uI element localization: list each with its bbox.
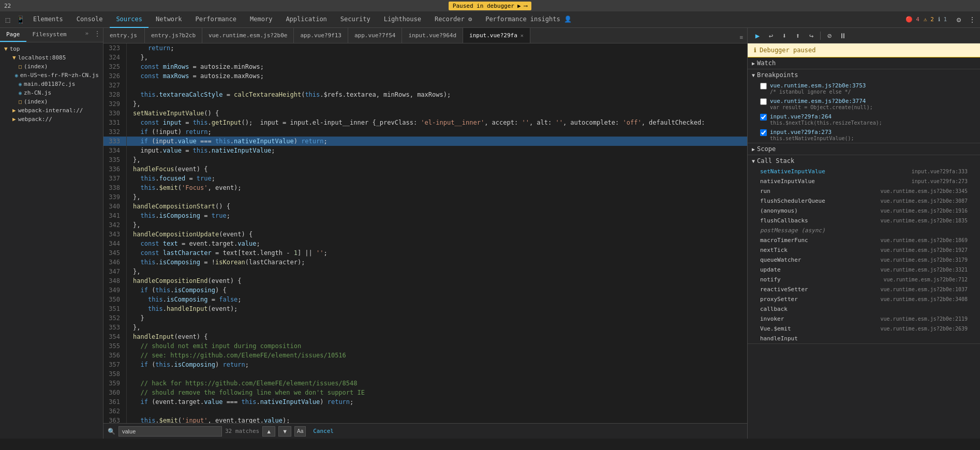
folder-icon: ▼ (12, 54, 16, 61)
scope-section-header[interactable]: ▶ Scope (748, 143, 980, 155)
device-icon[interactable]: 📱 (14, 14, 26, 25)
call-stack-item-nexttick[interactable]: nextTick vue.runtime.esm.js?2b0e:1927 (748, 245, 980, 255)
breakpoints-section-header[interactable]: ▼ Breakpoints (748, 69, 980, 81)
search-cancel-button[interactable]: Cancel (313, 428, 334, 434)
file-tab-app-9f13[interactable]: app.vue?9f13 (294, 28, 348, 43)
file-tab-input-29fa[interactable]: input.vue?29fa ✕ (463, 28, 530, 43)
watch-section-header[interactable]: ▶ Watch (748, 57, 980, 69)
tab-elements[interactable]: Elements (27, 11, 69, 28)
call-stack-item-invoker[interactable]: invoker vue.runtime.esm.js?2b0e:2119 (748, 314, 980, 324)
breakpoint-checkbox-3[interactable] (760, 114, 767, 121)
code-line: 329}, (103, 99, 747, 109)
call-stack-section-header[interactable]: ▼ Call Stack (748, 155, 980, 167)
tab-console[interactable]: Console (70, 11, 109, 28)
tab-performance-insights[interactable]: Performance insights 👤 (479, 11, 578, 28)
tree-label: en-US~es-fr-FR~zh-CN.js (20, 72, 99, 79)
step-over-button[interactable]: ↩ (765, 30, 777, 41)
tab-sources[interactable]: Sources (110, 11, 149, 28)
settings-icon[interactable]: ⚙ (953, 14, 964, 25)
tab-memory[interactable]: Memory (244, 11, 278, 28)
call-stack-item-vue-emit[interactable]: Vue.$emit vue.runtime.esm.js?2b0e:2639 (748, 324, 980, 334)
file-tab-input-964d[interactable]: input.vue?964d (402, 28, 463, 43)
breakpoint-checkbox-2[interactable] (760, 98, 767, 105)
tab-application[interactable]: Application (279, 11, 333, 28)
file-tab-entry[interactable]: entry.js (103, 28, 145, 43)
panel-options-icon[interactable]: ⋮ (92, 28, 103, 39)
pause-on-exceptions-button[interactable]: ⏸ (837, 30, 849, 41)
panel-tab-more[interactable]: » (82, 28, 92, 42)
tree-item-index2[interactable]: □ (index) (0, 97, 103, 106)
tree-label: (index) (24, 98, 48, 105)
call-stack-item-macro[interactable]: macroTimerFunc vue.runtime.esm.js?2b0e:1… (748, 235, 980, 245)
search-input[interactable] (118, 426, 222, 437)
file-tab-app-7f54[interactable]: app.vue?7f54 (348, 28, 402, 43)
tree-item-en-us[interactable]: ◉ en-US~es-fr-FR~zh-CN.js (0, 71, 103, 80)
call-stack-item-callback[interactable]: callback (748, 304, 980, 314)
main-layout: Page Filesystem » ⋮ ▼ top ▼ localhost:80… (0, 28, 980, 439)
call-stack-item-set-native[interactable]: setNativeInputValue input.vue?29fa:333 (748, 167, 980, 176)
call-stack-item-flush[interactable]: flushSchedulerQueue vue.runtime.esm.js?2… (748, 196, 980, 206)
code-area[interactable]: 323 return; 324 }, 325 const minRows = a… (103, 43, 747, 423)
tab-expand-icon[interactable]: ≡ (735, 32, 747, 43)
deactivate-breakpoints-button[interactable]: ⊘ (824, 30, 835, 41)
tree-item-top[interactable]: ▼ top (0, 44, 103, 53)
call-stack-item-native-input[interactable]: nativeInputValue input.vue?29fa:273 (748, 176, 980, 186)
tree-item-index1[interactable]: □ (index) (0, 62, 103, 71)
match-case-button[interactable]: Aa (294, 426, 306, 437)
file-icon: □ (19, 99, 22, 104)
resume-icon[interactable]: ▶ (517, 3, 521, 9)
search-prev-button[interactable]: ▲ (262, 426, 275, 437)
tab-security[interactable]: Security (334, 11, 377, 28)
debugger-toolbar: ▶ ↩ ⬇ ⬆ ↪ ⊘ ⏸ (748, 28, 980, 43)
close-tab-icon[interactable]: ✕ (521, 33, 524, 38)
code-line: 330setNativeInputValue() { (103, 109, 747, 118)
call-stack-item-proxy[interactable]: proxySetter vue.runtime.esm.js?2b0e:3408 (748, 294, 980, 304)
tree-item-webpack-internal[interactable]: ▶ webpack-internal:// (0, 106, 103, 115)
tab-network[interactable]: Network (150, 11, 188, 28)
call-stack-item-run[interactable]: run vue.runtime.esm.js?2b0e:3345 (748, 186, 980, 196)
call-stack-item-anon[interactable]: (anonymous) vue.runtime.esm.js?2b0e:1916 (748, 206, 980, 216)
call-stack-item-flush-cb[interactable]: flushCallbacks vue.runtime.esm.js?2b0e:1… (748, 216, 980, 226)
tree-item-zh-cn[interactable]: ◉ zh-CN.js (0, 88, 103, 97)
resume-button[interactable]: ▶ (752, 30, 763, 41)
more-options-icon[interactable]: ⋮ (967, 14, 978, 25)
breakpoint-checkbox-4[interactable] (760, 129, 767, 136)
code-line: 348handleCompositionEnd(event) { (103, 276, 747, 286)
breakpoint-code-1: /* istanbul ignore else */ (770, 89, 866, 95)
call-stack-fn: nextTick (760, 247, 880, 253)
file-icon: ◉ (19, 90, 22, 96)
inspect-icon[interactable]: ⬚ (2, 14, 13, 25)
search-next-button[interactable]: ▼ (278, 426, 291, 437)
file-tab-entry-b2cb[interactable]: entry.js?b2cb (145, 28, 202, 43)
call-stack-item-notify[interactable]: notify vue.runtime.esm.js?2b0e:712 (748, 275, 980, 284)
breakpoint-code-3: this.$nextTick(this.resizeTextarea); (770, 120, 882, 126)
code-line: 328 this.textareaCalcStyle = calcTextare… (103, 90, 747, 99)
file-tab-vue-runtime[interactable]: vue.runtime.esm.js?2b0e (202, 28, 294, 43)
step-into-button[interactable]: ⬇ (779, 30, 790, 41)
panel-tab-filesystem[interactable]: Filesystem (26, 28, 73, 42)
call-stack-fn: notify (760, 276, 883, 283)
code-line: 354handleInput(event) { (103, 332, 747, 341)
tree-item-localhost[interactable]: ▼ localhost:8085 (0, 53, 103, 62)
tab-performance[interactable]: Performance (189, 11, 243, 28)
scope-section: ▶ Scope (748, 143, 980, 155)
tree-item-main[interactable]: ◉ main.d01187c.js (0, 80, 103, 88)
call-stack-fn: callback (760, 306, 968, 312)
tab-lighthouse[interactable]: Lighthouse (378, 11, 427, 28)
call-stack-item-queue[interactable]: queueWatcher vue.runtime.esm.js?2b0e:317… (748, 255, 980, 265)
step-button[interactable]: ↪ (806, 30, 817, 41)
breakpoint-item-3: input.vue?29fa:264 this.$nextTick(this.r… (748, 112, 980, 127)
call-stack-item-handle-input[interactable]: handleInput (748, 334, 980, 343)
call-stack-item-reactive[interactable]: reactiveSetter vue.runtime.esm.js?2b0e:1… (748, 284, 980, 294)
call-stack-item-update[interactable]: update vue.runtime.esm.js?2b0e:3321 (748, 265, 980, 275)
top-bar: 22 Paused in debugger ▶ ⟶ (0, 0, 980, 11)
breakpoint-item-1: vue.runtime.esm.js?2b0e:3753 /* istanbul… (748, 81, 980, 96)
tab-recorder[interactable]: Recorder ⚙ (428, 11, 478, 28)
step-icon[interactable]: ⟶ (524, 3, 528, 9)
breakpoint-checkbox-1[interactable] (760, 83, 767, 89)
breakpoints-section: ▼ Breakpoints vue.runtime.esm.js?2b0e:37… (748, 69, 980, 143)
code-line: 331 const input = this.getInput(); input… (103, 118, 747, 127)
tree-item-webpack[interactable]: ▶ webpack:// (0, 115, 103, 124)
step-out-button[interactable]: ⬆ (792, 30, 804, 41)
panel-tab-page[interactable]: Page (0, 28, 26, 42)
